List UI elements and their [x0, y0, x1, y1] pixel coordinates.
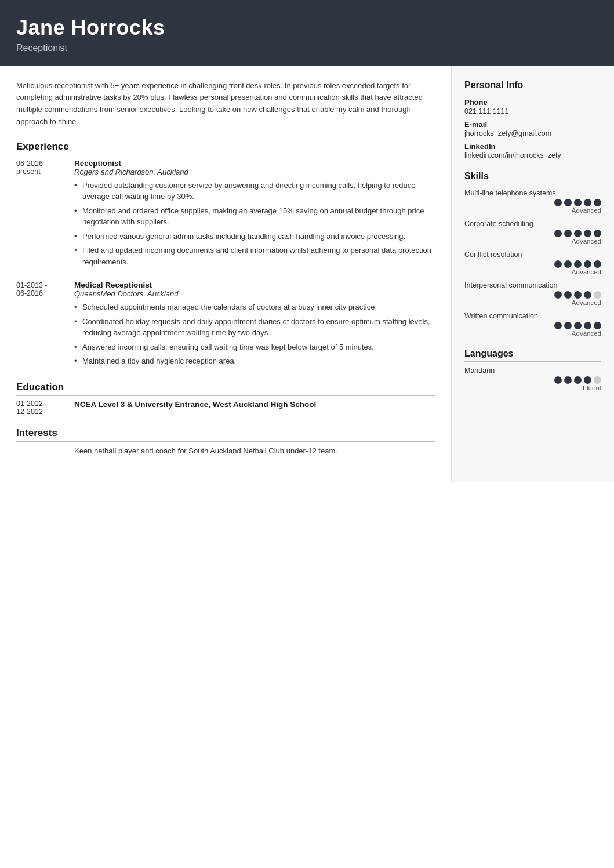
language-dot-0-2 [574, 376, 582, 384]
skill-item-3: Interpersonal communicationAdvanced [464, 281, 601, 306]
skill-dot-4-2 [574, 322, 582, 329]
skill-name-0: Multi-line telephone systems [464, 189, 601, 197]
education-section: Education 01-2012 -12-2012NCEA Level 3 &… [16, 382, 435, 416]
skill-dot-2-2 [574, 260, 582, 268]
skill-dot-2-3 [584, 260, 591, 268]
skill-dots-4 [554, 322, 601, 329]
skill-dot-1-4 [594, 230, 601, 237]
skill-level-2: Advanced [572, 268, 601, 275]
education-item-0: 01-2012 -12-2012NCEA Level 3 & Universit… [16, 400, 435, 416]
skill-level-0: Advanced [572, 207, 601, 214]
skill-dot-4-1 [564, 322, 572, 329]
experience-section: Experience 06-2016 -presentReceptionistR… [16, 141, 435, 370]
skill-item-0: Multi-line telephone systemsAdvanced [464, 189, 601, 214]
skill-level-1: Advanced [572, 238, 601, 245]
language-dot-0-0 [554, 376, 562, 384]
language-level-0: Fluent [583, 384, 601, 391]
skill-dot-4-3 [584, 322, 591, 329]
exp-bullet-1-3: Maintained a tidy and hygienic reception… [74, 355, 435, 367]
skills-section: Skills Multi-line telephone systemsAdvan… [464, 171, 601, 337]
skill-dot-3-4 [594, 291, 601, 299]
education-section-title: Education [16, 382, 435, 396]
skill-dot-0-2 [574, 199, 582, 206]
skill-dot-3-3 [584, 291, 591, 299]
skill-dot-0-4 [594, 199, 601, 206]
skill-dot-0-3 [584, 199, 591, 206]
right-column: Personal Info Phone 021 111 1111 E-mail … [452, 66, 614, 482]
skill-dot-1-2 [574, 230, 582, 237]
languages-title: Languages [464, 348, 601, 362]
skill-dots-0 [554, 199, 601, 206]
exp-company-1: QueensMed Doctors, Auckland [74, 289, 435, 298]
exp-content-1: Medical ReceptionistQueensMed Doctors, A… [74, 281, 435, 370]
exp-bullet-1-0: Scheduled appointments managed the calen… [74, 302, 435, 313]
skill-level-4: Advanced [572, 330, 601, 337]
skill-dot-3-0 [554, 291, 562, 299]
candidate-name: Jane Horrocks [16, 16, 598, 39]
exp-bullets-0: Provided outstanding customer service by… [74, 180, 435, 268]
skill-name-1: Corporate scheduling [464, 220, 601, 228]
skills-title: Skills [464, 171, 601, 184]
experience-item-1: 01-2013 -06-2016Medical ReceptionistQuee… [16, 281, 435, 370]
language-dot-0-1 [564, 376, 572, 384]
skill-dot-0-0 [554, 199, 562, 206]
skill-name-4: Written communication [464, 312, 601, 320]
interests-indent [16, 445, 74, 457]
main-content: Meticulous receptionist with 5+ years ex… [0, 66, 614, 482]
exp-bullet-0-1: Monitored and ordered office supplies, m… [74, 205, 435, 228]
exp-job-title-1: Medical Receptionist [74, 281, 435, 289]
skill-dot-0-1 [564, 199, 572, 206]
edu-content-0: NCEA Level 3 & University Entrance, West… [74, 400, 435, 416]
email-value: jhorrocks_zety@gmail.com [464, 129, 601, 137]
language-dots-row-0: Fluent [464, 376, 601, 391]
exp-dates-0: 06-2016 -present [16, 159, 74, 271]
exp-job-title-0: Receptionist [74, 159, 435, 168]
interests-section: Interests Keen netball player and coach … [16, 427, 435, 457]
edu-degree-0: NCEA Level 3 & University Entrance, West… [74, 400, 435, 411]
skill-dots-row-1: Advanced [464, 230, 601, 245]
skill-name-2: Conflict resolution [464, 250, 601, 259]
exp-bullets-1: Scheduled appointments managed the calen… [74, 302, 435, 367]
resume-header: Jane Horrocks Receptionist [0, 0, 614, 66]
exp-content-0: ReceptionistRogers and Richardson, Auckl… [74, 159, 435, 271]
exp-bullet-1-1: Coordinated holiday requests and daily a… [74, 316, 435, 339]
language-dots-0 [554, 376, 601, 384]
exp-bullet-0-0: Provided outstanding customer service by… [74, 180, 435, 202]
edu-dates-0: 01-2012 -12-2012 [16, 400, 74, 416]
skill-dots-3 [554, 291, 601, 299]
skill-dot-4-0 [554, 322, 562, 329]
skill-dot-1-1 [564, 230, 572, 237]
phone-label: Phone [464, 98, 601, 107]
interests-item: Keen netball player and coach for South … [16, 445, 435, 457]
skill-dot-3-2 [574, 291, 582, 299]
experience-list: 06-2016 -presentReceptionistRogers and R… [16, 159, 435, 370]
skill-dot-1-3 [584, 230, 591, 237]
experience-item-0: 06-2016 -presentReceptionistRogers and R… [16, 159, 435, 271]
skill-level-3: Advanced [572, 299, 601, 306]
language-dot-0-4 [594, 376, 601, 384]
exp-bullet-0-2: Performed various general admin tasks in… [74, 231, 435, 242]
skill-dots-2 [554, 260, 601, 268]
skill-dots-row-2: Advanced [464, 260, 601, 275]
skill-item-2: Conflict resolutionAdvanced [464, 250, 601, 275]
language-dot-0-3 [584, 376, 591, 384]
skill-dots-1 [554, 230, 601, 237]
linkedin-value: linkedin.com/in/jhorrocks_zety [464, 151, 601, 159]
exp-bullet-0-3: Filed and updated incoming documents and… [74, 245, 435, 267]
exp-dates-1: 01-2013 -06-2016 [16, 281, 74, 370]
skill-dot-2-1 [564, 260, 572, 268]
personal-info-title: Personal Info [464, 80, 601, 93]
exp-company-0: Rogers and Richardson, Auckland [74, 168, 435, 176]
experience-section-title: Experience [16, 141, 435, 155]
candidate-title: Receptionist [16, 43, 598, 53]
education-list: 01-2012 -12-2012NCEA Level 3 & Universit… [16, 400, 435, 416]
skill-dot-2-0 [554, 260, 562, 268]
personal-info-section: Personal Info Phone 021 111 1111 E-mail … [464, 80, 601, 159]
language-item-0: MandarinFluent [464, 366, 601, 391]
exp-bullet-1-2: Answered incoming calls, ensuring call w… [74, 342, 435, 353]
skill-item-1: Corporate schedulingAdvanced [464, 220, 601, 245]
skills-list: Multi-line telephone systemsAdvancedCorp… [464, 189, 601, 337]
linkedin-label: LinkedIn [464, 142, 601, 151]
languages-section: Languages MandarinFluent [464, 348, 601, 391]
skill-dots-row-0: Advanced [464, 199, 601, 214]
